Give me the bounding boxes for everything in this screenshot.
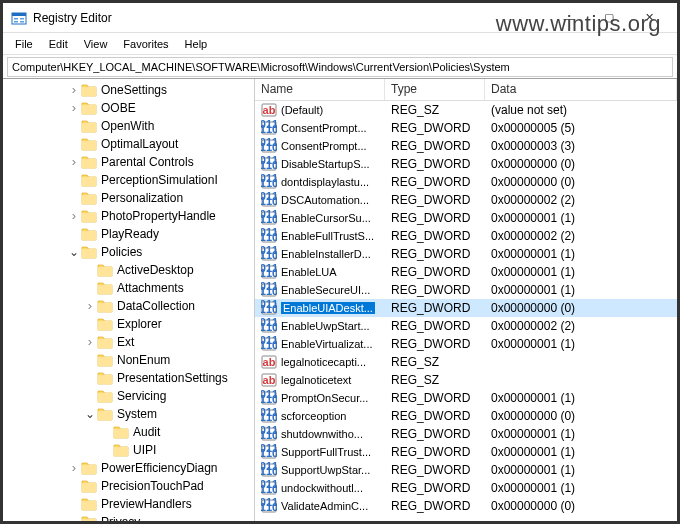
list-row[interactable]: shutdownwitho...REG_DWORD0x00000001 (1) — [255, 425, 677, 443]
tree-label: PhotoPropertyHandle — [101, 209, 216, 223]
tree-item[interactable]: OptimalLayout — [3, 135, 254, 153]
tree-item[interactable]: Privacy — [3, 513, 254, 521]
tree-item[interactable]: Parental Controls — [3, 153, 254, 171]
list-row[interactable]: (Default)REG_SZ(value not set) — [255, 101, 677, 119]
tree-item[interactable]: OpenWith — [3, 117, 254, 135]
value-type: REG_DWORD — [385, 193, 485, 207]
menu-favorites[interactable]: Favorites — [115, 36, 176, 52]
tree-item[interactable]: PresentationSettings — [3, 369, 254, 387]
tree-panel[interactable]: OneSettingsOOBEOpenWithOptimalLayoutPare… — [3, 79, 255, 521]
value-data: 0x00000001 (1) — [485, 427, 677, 441]
dword-value-icon — [261, 408, 277, 424]
tree-item[interactable]: Attachments — [3, 279, 254, 297]
tree-item[interactable]: Audit — [3, 423, 254, 441]
menu-edit[interactable]: Edit — [41, 36, 76, 52]
list-row[interactable]: EnableVirtualizat...REG_DWORD0x00000001 … — [255, 335, 677, 353]
tree-item[interactable]: NonEnum — [3, 351, 254, 369]
column-type[interactable]: Type — [385, 79, 485, 100]
list-row[interactable]: dontdisplaylastu...REG_DWORD0x00000000 (… — [255, 173, 677, 191]
chevron-icon[interactable] — [67, 461, 81, 475]
tree-item[interactable]: PlayReady — [3, 225, 254, 243]
menu-help[interactable]: Help — [177, 36, 216, 52]
menu-file[interactable]: File — [7, 36, 41, 52]
list-row[interactable]: EnableCursorSu...REG_DWORD0x00000001 (1) — [255, 209, 677, 227]
tree-label: Servicing — [117, 389, 166, 403]
tree-item[interactable]: PowerEfficiencyDiagn — [3, 459, 254, 477]
list-panel: Name Type Data (Default)REG_SZ(value not… — [255, 79, 677, 521]
tree-label: OneSettings — [101, 83, 167, 97]
value-data: 0x00000001 (1) — [485, 211, 677, 225]
folder-icon — [97, 335, 113, 349]
dword-value-icon — [261, 444, 277, 460]
address-input[interactable] — [7, 57, 673, 77]
list-row[interactable]: undockwithoutl...REG_DWORD0x00000001 (1) — [255, 479, 677, 497]
tree-item[interactable]: PrecisionTouchPad — [3, 477, 254, 495]
tree-item[interactable]: UIPI — [3, 441, 254, 459]
tree-item[interactable]: ActiveDesktop — [3, 261, 254, 279]
list-row[interactable]: DisableStartupS...REG_DWORD0x00000000 (0… — [255, 155, 677, 173]
tree-item[interactable]: OOBE — [3, 99, 254, 117]
chevron-icon[interactable] — [83, 299, 97, 313]
list-row[interactable]: EnableLUAREG_DWORD0x00000001 (1) — [255, 263, 677, 281]
list-row[interactable]: DSCAutomation...REG_DWORD0x00000002 (2) — [255, 191, 677, 209]
list-row[interactable]: ConsentPrompt...REG_DWORD0x00000005 (5) — [255, 119, 677, 137]
list-row[interactable]: SupportFullTrust...REG_DWORD0x00000001 (… — [255, 443, 677, 461]
value-name: EnableInstallerD... — [281, 248, 371, 260]
chevron-icon[interactable] — [67, 245, 81, 259]
tree-item[interactable]: Personalization — [3, 189, 254, 207]
value-type: REG_DWORD — [385, 301, 485, 315]
close-button[interactable]: ✕ — [629, 4, 669, 32]
column-data[interactable]: Data — [485, 79, 677, 100]
tree-item[interactable]: PerceptionSimulationI — [3, 171, 254, 189]
list-row[interactable]: legalnoticecapti...REG_SZ — [255, 353, 677, 371]
value-data: 0x00000000 (0) — [485, 499, 677, 513]
folder-icon — [97, 281, 113, 295]
value-name: ValidateAdminC... — [281, 500, 368, 512]
dword-value-icon — [261, 210, 277, 226]
list-row[interactable]: EnableFullTrustS...REG_DWORD0x00000002 (… — [255, 227, 677, 245]
chevron-icon[interactable] — [67, 101, 81, 115]
tree-item[interactable]: Ext — [3, 333, 254, 351]
value-data: 0x00000002 (2) — [485, 229, 677, 243]
dword-value-icon — [261, 174, 277, 190]
chevron-icon[interactable] — [83, 335, 97, 349]
titlebar: Registry Editor — ▢ ✕ — [3, 3, 677, 33]
list-body[interactable]: (Default)REG_SZ(value not set)ConsentPro… — [255, 101, 677, 515]
folder-icon — [81, 245, 97, 259]
chevron-icon — [67, 515, 81, 521]
tree-item[interactable]: Explorer — [3, 315, 254, 333]
tree-item[interactable]: DataCollection — [3, 297, 254, 315]
value-type: REG_DWORD — [385, 463, 485, 477]
list-row[interactable]: SupportUwpStar...REG_DWORD0x00000001 (1) — [255, 461, 677, 479]
tree-item[interactable]: Servicing — [3, 387, 254, 405]
list-row[interactable]: ValidateAdminC...REG_DWORD0x00000000 (0) — [255, 497, 677, 515]
chevron-icon — [67, 173, 81, 187]
chevron-icon[interactable] — [67, 83, 81, 97]
list-row[interactable]: ConsentPrompt...REG_DWORD0x00000003 (3) — [255, 137, 677, 155]
maximize-button[interactable]: ▢ — [589, 4, 629, 32]
value-type: REG_DWORD — [385, 445, 485, 459]
list-row[interactable]: EnableSecureUI...REG_DWORD0x00000001 (1) — [255, 281, 677, 299]
list-row[interactable]: legalnoticetextREG_SZ — [255, 371, 677, 389]
menu-view[interactable]: View — [76, 36, 116, 52]
column-name[interactable]: Name — [255, 79, 385, 100]
value-name: EnableCursorSu... — [281, 212, 371, 224]
list-row[interactable]: EnableInstallerD...REG_DWORD0x00000001 (… — [255, 245, 677, 263]
chevron-icon[interactable] — [67, 155, 81, 169]
list-row[interactable]: PromptOnSecur...REG_DWORD0x00000001 (1) — [255, 389, 677, 407]
tree-item[interactable]: Policies — [3, 243, 254, 261]
list-row[interactable]: EnableUIADeskt...REG_DWORD0x00000000 (0) — [255, 299, 677, 317]
list-row[interactable]: EnableUwpStart...REG_DWORD0x00000002 (2) — [255, 317, 677, 335]
tree-item[interactable]: PhotoPropertyHandle — [3, 207, 254, 225]
folder-icon — [97, 299, 113, 313]
tree-item[interactable]: PreviewHandlers — [3, 495, 254, 513]
chevron-icon — [83, 281, 97, 295]
chevron-icon[interactable] — [83, 407, 97, 421]
tree-item[interactable]: System — [3, 405, 254, 423]
tree-item[interactable]: OneSettings — [3, 81, 254, 99]
chevron-icon[interactable] — [67, 209, 81, 223]
minimize-button[interactable]: — — [549, 4, 589, 32]
list-row[interactable]: scforceoptionREG_DWORD0x00000000 (0) — [255, 407, 677, 425]
value-name: undockwithoutl... — [281, 482, 363, 494]
folder-icon — [81, 497, 97, 511]
